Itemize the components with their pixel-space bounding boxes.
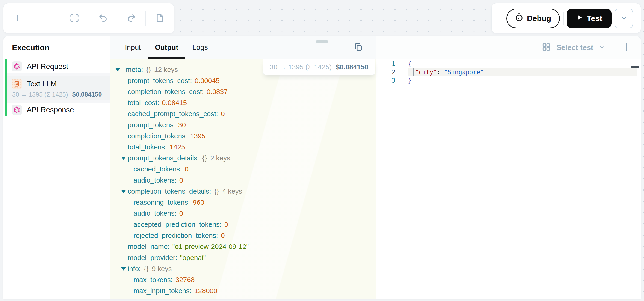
zoom-out-button[interactable] — [32, 4, 60, 33]
object-badge-icon: {} — [144, 265, 149, 273]
tree-row[interactable]: total_cost:0.08415 — [110, 97, 376, 108]
tree-value: 32768 — [176, 276, 194, 284]
test-button[interactable]: Test — [567, 8, 612, 28]
tree-key: accepted_prediction_tokens: — [134, 220, 222, 228]
test-options-button[interactable] — [615, 8, 633, 28]
tree-row[interactable]: cached_tokens:0 — [110, 164, 376, 175]
tree-value: 0 — [179, 210, 183, 217]
tab-input[interactable]: Input — [125, 36, 141, 59]
play-icon — [576, 14, 583, 23]
tree-key: completion_tokens_cost: — [128, 88, 204, 96]
collapse-arrow-icon[interactable] — [116, 68, 122, 72]
tree-value: 960 — [193, 198, 204, 206]
object-badge-icon: {} — [214, 188, 219, 195]
tree-key: audio_tokens: — [134, 210, 176, 217]
execution-sheet: Execution API Request — [3, 36, 641, 299]
add-test-button[interactable] — [621, 42, 632, 53]
tree-row[interactable]: rejected_prediction_tokens:0 — [110, 230, 376, 241]
collapse-arrow-icon[interactable] — [121, 156, 128, 160]
run-actions-bar: Debug Test — [492, 3, 641, 34]
tree-key: _meta: — [122, 66, 143, 74]
test-panel: Select test 1{2 "city": "Singapore"3} — [376, 36, 640, 299]
key-count: 4 keys — [222, 188, 242, 195]
code-text: } — [408, 76, 412, 84]
clipboard-pen-icon — [12, 78, 22, 89]
tree-row[interactable]: accepted_prediction_tokens:0 — [110, 219, 376, 230]
chevron-down-icon — [599, 44, 605, 51]
select-test-dropdown[interactable]: Select test — [542, 42, 605, 52]
zoom-in-button[interactable] — [4, 4, 32, 33]
test-button-label: Test — [587, 14, 602, 23]
tree-row[interactable]: prompt_tokens_cost:0.00045 — [110, 75, 376, 86]
tree-row[interactable]: completion_tokens_cost:0.0837 — [110, 86, 376, 97]
tree-row[interactable]: reasoning_tokens:960 — [110, 197, 376, 208]
canvas-toolbar — [3, 3, 174, 34]
code-line: 2 "city": "Singapore" — [376, 68, 640, 76]
tree-key: model_provider: — [128, 254, 177, 262]
tree-key: max_input_tokens: — [134, 287, 192, 295]
copy-output-button[interactable] — [353, 42, 364, 53]
undo-button[interactable] — [89, 4, 117, 33]
execution-step-api-response[interactable]: API Response — [8, 103, 110, 116]
usage-cost: $0.084150 — [336, 63, 368, 71]
graphql-icon — [12, 61, 22, 72]
tree-row[interactable]: prompt_tokens_details:{}2 keys — [110, 152, 376, 164]
tree-row[interactable]: total_tokens:1425 — [110, 142, 376, 152]
chevron-down-icon — [620, 14, 628, 22]
sheet-drag-handle[interactable] — [316, 40, 328, 43]
debug-button[interactable]: Debug — [506, 8, 560, 28]
tab-output[interactable]: Output — [155, 36, 178, 59]
collapse-arrow-icon[interactable] — [121, 190, 128, 193]
tree-row[interactable]: info:{}9 keys — [110, 263, 376, 274]
tree-row[interactable]: completion_tokens_details:{}4 keys — [110, 186, 376, 197]
key-count: 12 keys — [154, 66, 178, 74]
test-panel-header: Select test — [376, 36, 640, 59]
execution-step-list: API Request Text LLM 3 — [4, 59, 110, 299]
execution-step-text-llm[interactable]: Text LLM 30 → 1395 (Σ 1425) $0.084150 — [8, 76, 110, 100]
note-button[interactable] — [146, 4, 174, 33]
step-label: API Response — [27, 106, 74, 114]
test-json-editor[interactable]: 1{2 "city": "Singapore"3} — [376, 59, 640, 299]
tree-row[interactable]: model_provider:"openai" — [110, 252, 376, 263]
tree-row[interactable]: audio_tokens:0 — [110, 208, 376, 219]
overview-ruler-divider — [631, 59, 631, 299]
execution-success-bar — [5, 60, 8, 116]
tab-logs[interactable]: Logs — [192, 36, 208, 59]
execution-step-api-request[interactable]: API Request — [8, 60, 110, 73]
select-test-label: Select test — [556, 43, 593, 52]
tree-key: prompt_tokens: — [128, 121, 176, 129]
fit-view-button[interactable] — [60, 4, 88, 33]
tree-value: 1395 — [190, 132, 206, 140]
tree-row[interactable]: prompt_tokens:30 — [110, 120, 376, 130]
tree-value: 1425 — [170, 143, 185, 151]
step-cost: $0.084150 — [72, 91, 102, 98]
tree-key: reasoning_tokens: — [134, 198, 190, 206]
tree-key: prompt_tokens_details: — [128, 154, 199, 162]
tree-key: total_tokens: — [128, 143, 167, 151]
tree-value: 0 — [185, 165, 188, 173]
tree-row[interactable]: max_tokens:32768 — [110, 274, 376, 285]
tree-row[interactable]: max_output_tokens:32768 — [110, 296, 376, 299]
tree-value: 0.0837 — [206, 88, 228, 96]
text-cursor — [413, 68, 414, 76]
step-label: Text LLM — [27, 80, 57, 88]
tree-key: model_name: — [128, 243, 170, 250]
tree-row[interactable]: cached_prompt_tokens_cost:0 — [110, 108, 376, 120]
object-badge-icon: {} — [202, 154, 207, 162]
redo-button[interactable] — [117, 4, 146, 33]
line-number: 2 — [376, 68, 397, 76]
copy-icon — [354, 42, 363, 53]
tree-key: rejected_prediction_tokens: — [134, 232, 218, 240]
line-number: 1 — [376, 60, 397, 68]
tree-key: cached_prompt_tokens_cost: — [128, 110, 218, 118]
tree-row[interactable]: max_input_tokens:128000 — [110, 285, 376, 296]
collapse-arrow-icon[interactable] — [121, 267, 128, 270]
minus-icon — [41, 13, 51, 24]
tree-key: completion_tokens_details: — [128, 188, 211, 195]
tree-row[interactable]: model_name:"o1-preview-2024-09-12" — [110, 241, 376, 252]
tree-row[interactable]: completion_tokens:1395 — [110, 130, 376, 142]
timer-icon — [515, 13, 524, 24]
io-tabbar: Input Output Logs — [110, 36, 376, 59]
maximize-icon — [70, 13, 79, 24]
tree-row[interactable]: audio_tokens:0 — [110, 175, 376, 186]
